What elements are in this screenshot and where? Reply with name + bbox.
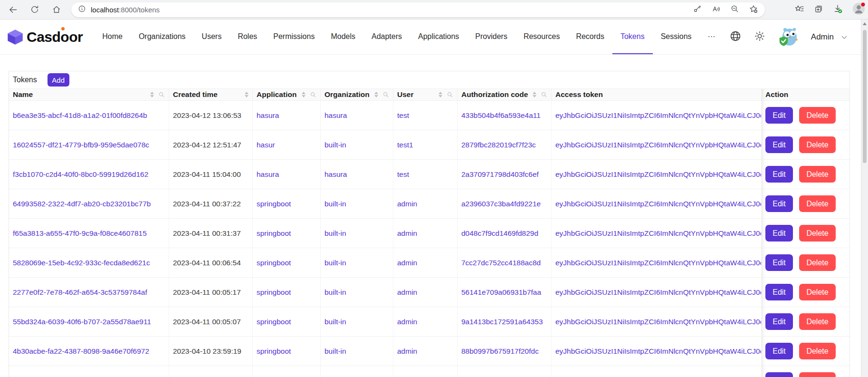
nav-item-sessions[interactable]: Sessions (653, 19, 700, 54)
application-link[interactable]: springboot (257, 347, 291, 356)
search-icon[interactable] (158, 91, 165, 98)
nav-item-models[interactable]: Models (323, 19, 363, 54)
access-token-link[interactable]: eyJhbGciOiJSUzI1NiIsImtpZCI6ImNlcnQtYnVp… (555, 170, 762, 179)
token-name-link[interactable]: 64993582-2322-4df7-ab20-cb23201bc77b (13, 200, 151, 208)
access-token-link[interactable]: eyJhbGciOiJSUzI1NiIsImtpZCI6ImNlcnQtYnVp… (555, 318, 762, 326)
token-name-link[interactable]: b6ea3e35-abcf-41d8-a1a2-01f00fd8264b (13, 111, 147, 120)
authorization-code-link[interactable]: a2396037c3ba4fd9221e (461, 200, 541, 208)
access-token-link[interactable]: eyJhbGciOiJSUzI1NiIsImtpZCI6ImNlcnQtYnVp… (555, 288, 762, 297)
access-token-link[interactable]: eyJhbGciOiJSUzI1NiIsImtpZCI6ImNlcnQtYnVp… (555, 200, 762, 208)
user-avatar[interactable] (778, 27, 799, 48)
column-header-created-time[interactable]: Created time (169, 89, 253, 100)
search-icon[interactable] (382, 91, 389, 98)
sort-icon[interactable] (439, 92, 442, 97)
add-button[interactable]: Add (48, 73, 69, 87)
refresh-icon[interactable] (28, 2, 42, 17)
organization-link[interactable]: built-in (324, 141, 346, 149)
nav-item-tokens[interactable]: Tokens (612, 19, 653, 54)
delete-button[interactable]: Delete (799, 166, 836, 183)
authorization-code-link[interactable]: 2a370971798d403fc6ef (461, 170, 539, 179)
edit-button[interactable]: Edit (765, 372, 793, 377)
token-name-link[interactable]: 2277e0f2-7e78-462f-a654-3c53759784af (13, 288, 147, 297)
delete-button[interactable]: Delete (799, 254, 836, 271)
application-link[interactable]: hasura (257, 111, 279, 120)
edit-button[interactable]: Edit (765, 254, 793, 271)
column-header-authorization-code[interactable]: Authorization code (458, 89, 552, 100)
user-link[interactable]: admin (397, 259, 417, 267)
sort-icon[interactable] (302, 92, 305, 97)
delete-button[interactable]: Delete (799, 284, 836, 300)
access-token-link[interactable]: eyJhbGciOiJSUzI1NiIsImtpZCI6ImNlcnQtYnVp… (555, 229, 762, 238)
edit-button[interactable]: Edit (765, 195, 793, 212)
token-name-link[interactable]: f65a3813-a655-47f0-9c9a-f08ce4607815 (13, 229, 147, 238)
search-icon[interactable] (541, 91, 547, 98)
sort-icon[interactable] (533, 92, 536, 97)
user-link[interactable]: admin (397, 200, 417, 208)
favorites-bar-icon[interactable] (794, 4, 804, 16)
sort-icon[interactable] (245, 92, 248, 97)
organization-link[interactable]: hasura (324, 111, 347, 120)
read-aloud-icon[interactable] (711, 4, 721, 16)
search-icon[interactable] (310, 91, 316, 98)
edit-button[interactable]: Edit (765, 136, 793, 153)
user-link[interactable]: test1 (397, 141, 413, 149)
nav-item-records[interactable]: Records (568, 19, 612, 54)
delete-button[interactable]: Delete (799, 343, 836, 359)
access-token-link[interactable]: eyJhbGciOiJSUzI1NiIsImtpZCI6ImNlcnQtYnVp… (555, 259, 762, 267)
column-header-user[interactable]: User (393, 89, 458, 100)
globe-icon[interactable] (729, 30, 742, 44)
token-name-link[interactable]: 16024557-df21-4779-bfb9-959e5dae078c (13, 141, 149, 149)
nav-item-permissions[interactable]: Permissions (265, 19, 323, 54)
token-name-link[interactable]: 4b30acbe-fa22-4387-8098-9a46e70f6972 (13, 347, 149, 356)
authorization-code-link[interactable]: 88b0997b675917f20fdc (461, 347, 539, 356)
access-token-link[interactable]: eyJhbGciOiJSUzI1NiIsImtpZCI6ImNlcnQtYnVp… (555, 111, 762, 120)
authorization-code-link[interactable]: 56141e709a06931b7faa (461, 288, 541, 297)
scrollbar-thumb[interactable] (863, 30, 867, 163)
user-link[interactable]: test (397, 111, 409, 120)
token-name-link[interactable]: f3cb1070-c2d4-40f0-8bc0-59919d26d162 (13, 170, 148, 179)
collections-icon[interactable] (814, 4, 823, 16)
organization-link[interactable]: built-in (324, 229, 346, 238)
downloads-icon[interactable] (833, 4, 843, 16)
authorization-code-link[interactable]: 433b504b4f6a593e4a11 (461, 111, 541, 120)
organization-link[interactable]: built-in (324, 347, 346, 356)
theme-sun-icon[interactable] (754, 30, 765, 44)
authorization-code-link[interactable]: 2879fbc282019cf7f23c (461, 141, 536, 149)
delete-button[interactable]: Delete (799, 313, 836, 330)
authorization-code-link[interactable]: d048c7f9cd1469fd829d (461, 229, 538, 238)
home-icon[interactable] (49, 2, 64, 17)
edit-button[interactable]: Edit (765, 343, 793, 359)
token-name-link[interactable]: 5828069e-15eb-4c92-933c-fecda8ed621c (13, 259, 150, 267)
nav-item-home[interactable]: Home (94, 19, 131, 54)
application-link[interactable]: hasura (257, 170, 279, 179)
sort-icon[interactable] (150, 92, 154, 97)
nav-item-resources[interactable]: Resources (515, 19, 568, 54)
user-link[interactable]: admin (397, 288, 417, 297)
delete-button[interactable]: Delete (799, 195, 836, 212)
nav-item-applications[interactable]: Applications (410, 19, 467, 54)
browser-profile-icon[interactable] (852, 2, 865, 17)
user-link[interactable]: admin (397, 318, 417, 326)
application-link[interactable]: springboot (257, 318, 291, 326)
token-name-link[interactable]: 55bd324a-6039-40f6-b707-2a55d78ae911 (13, 318, 151, 326)
authorization-code-link[interactable]: 7cc27dc752cc4188ac8d (461, 259, 541, 267)
sort-icon[interactable] (374, 92, 378, 97)
user-link[interactable]: admin (397, 347, 417, 356)
nav-item-adapters[interactable]: Adapters (363, 19, 410, 54)
zoom-out-icon[interactable] (730, 4, 739, 15)
edit-button[interactable]: Edit (765, 107, 793, 124)
application-link[interactable]: springboot (257, 259, 291, 267)
access-token-link[interactable]: eyJhbGciOiJSUzI1NiIsImtpZCI6ImNlcnQtYnVp… (555, 141, 762, 149)
authorization-code-link[interactable]: 9a1413bc172591a64353 (461, 318, 543, 326)
nav-item-users[interactable]: Users (194, 19, 230, 54)
vertical-scrollbar[interactable] (861, 19, 868, 377)
user-link[interactable]: admin (397, 229, 417, 238)
nav-item-providers[interactable]: Providers (467, 19, 515, 54)
user-link[interactable]: test (397, 170, 409, 179)
application-link[interactable]: springboot (257, 200, 291, 208)
add-favorite-icon[interactable] (749, 4, 758, 16)
application-link[interactable]: springboot (257, 288, 291, 297)
password-key-icon[interactable] (693, 4, 702, 15)
search-icon[interactable] (447, 91, 453, 98)
column-header-application[interactable]: Application (253, 89, 321, 100)
